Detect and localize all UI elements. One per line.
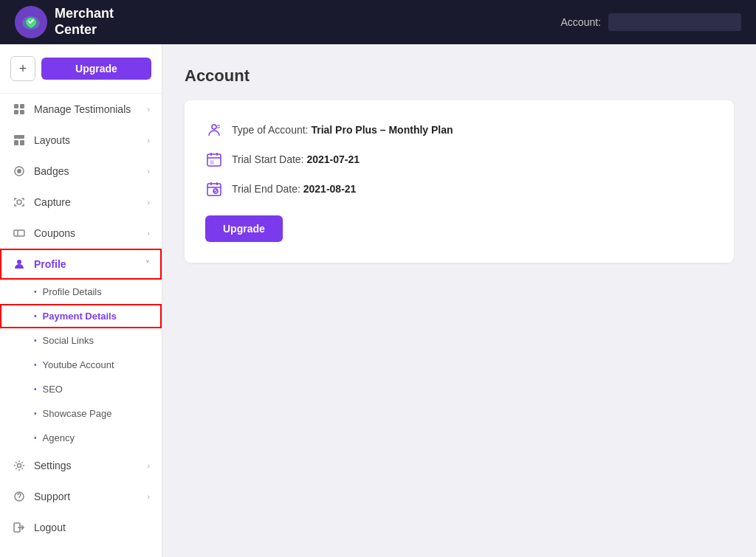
chevron-icon: › <box>147 229 150 238</box>
svg-point-10 <box>17 200 21 204</box>
trial-end-label: Trial End Date: 2021-08-21 <box>232 183 356 195</box>
sidebar-sublabel-showcase-page: Showcase Page <box>43 408 112 419</box>
calendar-end-icon <box>205 180 223 198</box>
upgrade-button-card[interactable]: Upgrade <box>205 215 283 242</box>
gear-icon <box>12 458 27 473</box>
trial-end-row: Trial End Date: 2021-08-21 <box>205 180 713 198</box>
sidebar-label-layouts: Layouts <box>34 134 70 146</box>
sidebar-subitem-seo[interactable]: SEO <box>0 377 162 401</box>
trial-start-row: Trial Start Date: 2021-07-21 <box>205 151 713 168</box>
sidebar-label-support: Support <box>34 491 70 502</box>
sidebar-sublabel-profile-details: Profile Details <box>43 286 102 297</box>
sidebar-label-coupons: Coupons <box>34 227 75 239</box>
sidebar-sublabel-youtube-account: Youtube Account <box>43 359 114 370</box>
chevron-icon: › <box>147 105 150 114</box>
sidebar-item-support[interactable]: Support › <box>0 481 162 512</box>
account-label: Account: <box>561 16 601 28</box>
logout-icon <box>12 520 27 535</box>
calendar-start-icon <box>205 151 223 168</box>
user-icon <box>12 257 27 271</box>
sidebar-subitem-social-links[interactable]: Social Links <box>0 328 162 353</box>
chevron-icon: › <box>147 461 150 470</box>
sidebar-item-logout[interactable]: Logout <box>0 512 162 543</box>
sidebar-item-settings[interactable]: Settings › <box>0 450 162 481</box>
logo: Merchant Center <box>15 6 114 38</box>
sidebar: + Upgrade Manage Testimonials › Layouts … <box>0 44 162 557</box>
main-layout: + Upgrade Manage Testimonials › Layouts … <box>0 44 756 557</box>
header-account: Account: <box>561 13 741 31</box>
sidebar-label-badges: Badges <box>34 165 69 177</box>
sidebar-item-capture[interactable]: Capture › <box>0 187 162 218</box>
chevron-down-icon: ˅ <box>145 260 150 269</box>
sidebar-sublabel-agency: Agency <box>43 432 75 443</box>
sidebar-label-manage-testimonials: Manage Testimonials <box>34 103 131 115</box>
sidebar-label-profile: Profile <box>34 258 66 270</box>
svg-rect-6 <box>14 140 18 145</box>
layout-icon <box>12 133 27 148</box>
sidebar-label-capture: Capture <box>34 196 71 208</box>
svg-rect-11 <box>14 230 24 236</box>
svg-rect-4 <box>20 110 24 114</box>
sidebar-sublabel-social-links: Social Links <box>43 335 94 346</box>
svg-point-14 <box>18 464 21 468</box>
main-content: Account Type of Account: Trial Pro Plus … <box>162 44 756 557</box>
account-card: Type of Account: Trial Pro Plus – Monthl… <box>185 100 734 263</box>
logo-icon <box>15 6 47 38</box>
svg-rect-18 <box>207 154 221 166</box>
sidebar-subitem-youtube-account[interactable]: Youtube Account <box>0 353 162 377</box>
chevron-icon: › <box>147 492 150 501</box>
svg-point-9 <box>17 169 21 173</box>
chevron-icon: › <box>147 167 150 176</box>
sidebar-item-coupons[interactable]: Coupons › <box>0 218 162 249</box>
chevron-icon: › <box>147 136 150 145</box>
logo-text: Merchant Center <box>55 6 114 38</box>
account-type-row: Type of Account: Trial Pro Plus – Monthl… <box>205 121 713 139</box>
svg-rect-7 <box>20 140 24 145</box>
upgrade-button-sidebar[interactable]: Upgrade <box>41 58 151 80</box>
grid-icon <box>12 102 27 117</box>
sidebar-sublabel-payment-details: Payment Details <box>43 311 117 322</box>
account-type-label: Type of Account: Trial Pro Plus – Monthl… <box>232 124 453 136</box>
sidebar-sublabel-seo: SEO <box>43 384 63 395</box>
trial-start-label: Trial Start Date: 2021-07-21 <box>232 153 360 165</box>
svg-rect-1 <box>14 104 18 108</box>
sidebar-item-badges[interactable]: Badges › <box>0 156 162 187</box>
account-type-icon <box>205 121 223 139</box>
add-button[interactable]: + <box>10 56 35 81</box>
chevron-icon: › <box>147 198 150 207</box>
capture-icon <box>12 195 27 210</box>
sidebar-label-settings: Settings <box>34 460 72 471</box>
svg-point-17 <box>212 125 216 129</box>
account-value-bar <box>608 13 741 31</box>
svg-rect-2 <box>20 104 24 108</box>
sidebar-label-logout: Logout <box>34 522 66 533</box>
badge-icon <box>12 164 27 179</box>
page-title: Account <box>185 66 734 86</box>
sidebar-subitem-agency[interactable]: Agency <box>0 426 162 450</box>
sidebar-subitem-payment-details[interactable]: Payment Details <box>0 304 162 328</box>
coupon-icon <box>12 226 27 241</box>
svg-rect-3 <box>14 110 18 114</box>
sidebar-item-layouts[interactable]: Layouts › <box>0 125 162 156</box>
sidebar-subitem-profile-details[interactable]: Profile Details <box>0 280 162 304</box>
sidebar-item-manage-testimonials[interactable]: Manage Testimonials › <box>0 94 162 125</box>
svg-rect-5 <box>14 135 24 139</box>
header: Merchant Center Account: <box>0 0 756 44</box>
sidebar-subitem-showcase-page[interactable]: Showcase Page <box>0 401 162 426</box>
support-icon <box>12 489 27 504</box>
svg-point-13 <box>17 260 21 264</box>
sidebar-item-profile[interactable]: Profile ˅ <box>0 249 162 280</box>
sidebar-top: + Upgrade <box>0 44 162 94</box>
